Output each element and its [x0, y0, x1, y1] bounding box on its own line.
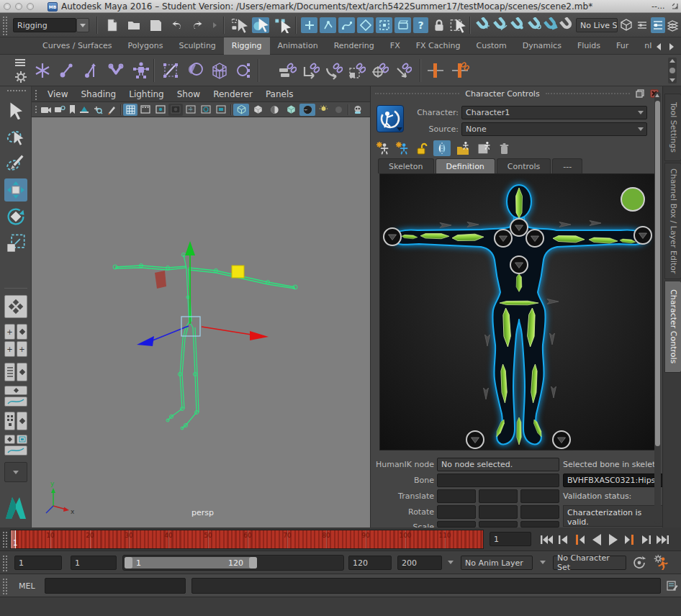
- step-forward-frame-button[interactable]: [638, 532, 654, 548]
- new-scene-icon[interactable]: [105, 18, 119, 32]
- anim-layer-arrow[interactable]: [540, 561, 546, 564]
- shelf-tab-rigging[interactable]: Rigging: [224, 37, 270, 55]
- wireframe-mode-icon[interactable]: [233, 104, 249, 116]
- paint-select-tool-icon[interactable]: [6, 153, 26, 173]
- mask-joints-icon[interactable]: [320, 17, 336, 33]
- time-slider[interactable]: 10 20 30 40 50 60 70 80 90 100 110 1: [10, 530, 484, 549]
- save-scene-icon[interactable]: [148, 18, 163, 32]
- viewport-canvas[interactable]: y x persp: [32, 117, 370, 527]
- shelf-tab-dynamics[interactable]: Dynamics: [515, 37, 569, 55]
- safe-title-icon[interactable]: [214, 104, 228, 116]
- rotate-z-field[interactable]: [520, 505, 559, 519]
- snapshot-camera-icon[interactable]: [40, 104, 53, 116]
- scale-tool-icon[interactable]: [6, 233, 26, 253]
- import-definition-icon[interactable]: [454, 140, 472, 156]
- layout-hypershade-persp-button[interactable]: [4, 412, 27, 430]
- viewport-menu-panels[interactable]: Panels: [259, 89, 300, 99]
- shadows-toggle-icon[interactable]: [316, 104, 330, 116]
- sidebar-tab-character-controls[interactable]: Character Controls: [664, 281, 681, 373]
- viewport-menu-renderer[interactable]: Renderer: [207, 89, 259, 99]
- grease-pencil-icon[interactable]: [105, 104, 118, 116]
- scale-x-field[interactable]: [437, 521, 476, 527]
- viewport-menu-shading[interactable]: Shading: [74, 89, 122, 99]
- grid-toggle-icon[interactable]: [123, 104, 137, 116]
- mask-misc-icon[interactable]: ?: [413, 17, 428, 33]
- character-set-dropdown[interactable]: No Character Set: [553, 556, 626, 570]
- mask-curves-icon[interactable]: [338, 17, 355, 33]
- shelf-tab-fx-caching[interactable]: FX Caching: [408, 37, 469, 55]
- layout-single-pane-button[interactable]: +: [4, 324, 27, 340]
- playback-end-field[interactable]: 120: [348, 556, 392, 570]
- use-all-lights-icon[interactable]: [299, 104, 315, 116]
- status-line-grip[interactable]: [1, 15, 7, 35]
- viewport-menu-view[interactable]: View: [41, 89, 74, 99]
- animation-preferences-icon[interactable]: [652, 553, 671, 572]
- select-object-mode-icon[interactable]: [252, 17, 269, 33]
- range-end-handle[interactable]: [249, 557, 257, 569]
- layout-four-pane-button[interactable]: ++: [4, 341, 27, 357]
- live-surface-field[interactable]: No Live Su: [576, 18, 618, 32]
- redo-icon[interactable]: [190, 18, 204, 32]
- right-shoulder-menu-button[interactable]: [526, 230, 544, 247]
- character-dropdown-arrow[interactable]: [634, 106, 647, 119]
- menuset-selector[interactable]: Rigging: [13, 18, 76, 32]
- layout-persp-graph-button[interactable]: [4, 386, 27, 407]
- shelf-tab-animation[interactable]: Animation: [270, 37, 326, 55]
- pole-vector-constraint-icon[interactable]: [393, 61, 412, 80]
- step-back-key-button[interactable]: [572, 532, 588, 548]
- highlight-selection-icon[interactable]: [449, 17, 466, 33]
- move-tool-icon[interactable]: [4, 178, 27, 201]
- edit-lattice-icon[interactable]: [161, 61, 180, 80]
- make-live-icon[interactable]: [559, 17, 574, 33]
- safe-action-icon[interactable]: [199, 104, 213, 116]
- dock-scrollbar[interactable]: [654, 92, 661, 524]
- scale-z-field[interactable]: [520, 521, 559, 527]
- snap-to-curves-icon[interactable]: [492, 17, 508, 33]
- undo-icon[interactable]: [170, 18, 184, 32]
- play-forwards-button[interactable]: [605, 532, 621, 548]
- shelf-tab-custom[interactable]: Custom: [469, 37, 515, 55]
- rotate-tool-icon[interactable]: [5, 206, 27, 227]
- shelf-tab-fur[interactable]: Fur: [608, 37, 636, 55]
- left-hand-menu-button[interactable]: [384, 228, 401, 245]
- clear-definition-icon[interactable]: [496, 140, 512, 156]
- neck-menu-button[interactable]: [510, 219, 528, 236]
- bookmark-icon[interactable]: [67, 104, 77, 116]
- scale-y-field[interactable]: [479, 521, 518, 527]
- current-frame-field[interactable]: 1: [490, 532, 531, 546]
- tab-definition[interactable]: Definition: [436, 158, 495, 173]
- tab-skeleton[interactable]: Skeleton: [378, 158, 434, 173]
- time-slider-grip[interactable]: [1, 530, 7, 549]
- menuset-dropdown-button[interactable]: [76, 18, 89, 32]
- open-scene-icon[interactable]: [127, 18, 141, 32]
- tool-settings-toggle-icon[interactable]: [651, 17, 665, 33]
- shelf-tab-rendering[interactable]: Rendering: [326, 37, 382, 55]
- range-slider-grip[interactable]: [1, 554, 7, 571]
- connect-joint-icon[interactable]: [451, 61, 471, 80]
- snap-to-points-icon[interactable]: [510, 17, 526, 33]
- insert-joint-icon[interactable]: [426, 61, 445, 80]
- auto-keyframe-icon[interactable]: [631, 554, 648, 571]
- two-d-pan-zoom-icon[interactable]: [91, 104, 104, 116]
- rotate-y-field[interactable]: [479, 505, 518, 519]
- gate-mask-icon[interactable]: [168, 104, 183, 116]
- mask-deformers-icon[interactable]: [376, 17, 392, 33]
- layout-persp-outliner-graph-button[interactable]: [4, 435, 27, 456]
- cluster-flexor-icon[interactable]: [235, 61, 253, 80]
- mask-surfaces-icon[interactable]: [357, 17, 374, 33]
- viewport-menu-show[interactable]: Show: [171, 89, 207, 99]
- command-language-toggle[interactable]: MEL: [19, 581, 35, 591]
- lock-selection-icon[interactable]: [432, 17, 446, 33]
- anim-layer-dropdown[interactable]: No Anim Layer: [461, 556, 533, 570]
- shelf-tab-curves-surfaces[interactable]: Curves / Surfaces: [35, 37, 120, 55]
- left-foot-menu-button[interactable]: [466, 431, 484, 448]
- create-skeleton-icon[interactable]: [375, 140, 391, 156]
- screen-space-ao-icon[interactable]: [331, 104, 346, 116]
- shelf-tab-fx[interactable]: FX: [382, 37, 408, 55]
- panel-header[interactable]: Character Controls: [371, 86, 663, 101]
- lasso-tool-icon[interactable]: [6, 127, 26, 147]
- film-gate-icon[interactable]: [138, 104, 153, 116]
- sidebar-tab-channel-box[interactable]: Channel Box / Layer Editor: [664, 163, 681, 279]
- animation-start-field[interactable]: 1: [14, 556, 62, 570]
- step-forward-key-button[interactable]: [621, 532, 638, 548]
